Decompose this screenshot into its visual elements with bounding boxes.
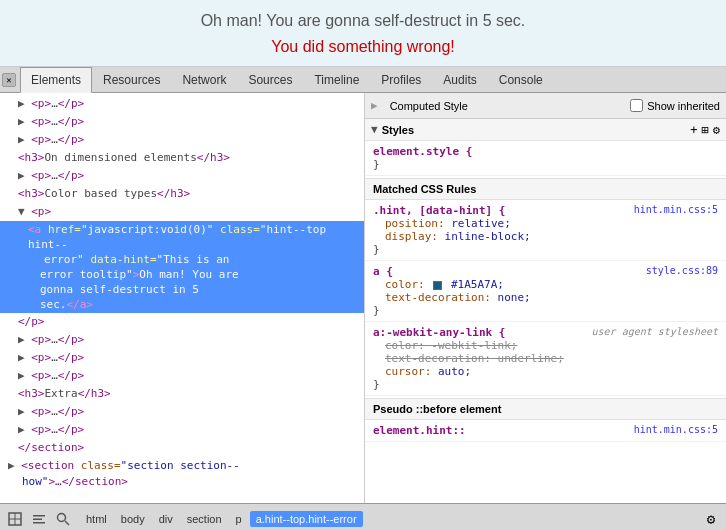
breadcrumb-div[interactable]: div	[153, 511, 179, 527]
status-bar: html body div section p a.hint--top.hint…	[0, 503, 726, 530]
element-style-selector: element.style {	[373, 145, 718, 158]
css-rule-a-close: }	[373, 304, 718, 317]
dom-line[interactable]: <h3>Color based types</h3>	[0, 185, 364, 203]
dom-line[interactable]: ▶ <p>…</p>	[0, 331, 364, 349]
styles-panel-header: ▶ Computed Style Show inherited	[365, 93, 726, 119]
styles-actions: + ⊞ ⚙	[690, 123, 720, 137]
dom-line[interactable]: <h3>On dimensioned elements</h3>	[0, 149, 364, 167]
tab-console[interactable]: Console	[488, 67, 554, 93]
dom-line[interactable]: ▶ <p>…</p>	[0, 113, 364, 131]
dom-search-button[interactable]	[28, 508, 50, 530]
svg-rect-5	[33, 522, 45, 524]
preview-line1: Oh man! You are gonna self-destruct in 5…	[20, 12, 706, 30]
styles-subheader: ▼ Styles + ⊞ ⚙	[365, 119, 726, 141]
close-devtools-button[interactable]: ✕	[2, 73, 16, 87]
inspect-mode-button[interactable]	[4, 508, 26, 530]
styles-panel: ▶ Computed Style Show inherited ▼ Styles…	[365, 93, 726, 503]
search-dom-button[interactable]	[52, 508, 74, 530]
css-prop-text-decoration: text-decoration: none;	[373, 291, 718, 304]
dom-line[interactable]: ▶ <section class="section section-- how"…	[0, 457, 364, 491]
svg-rect-4	[33, 518, 42, 520]
svg-line-7	[65, 521, 69, 525]
breadcrumb-html[interactable]: html	[80, 511, 113, 527]
dom-line[interactable]: ▶ <p>…</p>	[0, 421, 364, 439]
css-rule-webkit-selector-line: a:-webkit-any-link { user agent styleshe…	[373, 326, 718, 339]
show-inherited-checkbox[interactable]	[630, 99, 643, 112]
element-style-block: element.style { }	[365, 141, 726, 176]
css-prop-position: position: relative;	[373, 217, 718, 230]
dom-line[interactable]: <h3>Extra</h3>	[0, 385, 364, 403]
computed-style-arrow[interactable]: ▶	[371, 99, 378, 112]
svg-rect-3	[33, 515, 45, 517]
new-rule-icon[interactable]: ⊞	[702, 123, 709, 137]
css-rule-webkit: a:-webkit-any-link { user agent styleshe…	[365, 322, 726, 396]
show-inherited-label: Show inherited	[647, 100, 720, 112]
dom-line[interactable]: ▼ <p>	[0, 203, 364, 221]
pseudo-before-header: Pseudo ::before element	[365, 398, 726, 420]
css-rule-pseudo: element.hint:: hint.min.css:5	[365, 420, 726, 442]
show-inherited-container: Show inherited	[630, 99, 720, 112]
css-prop-webkit-color: color: -webkit-link;	[373, 339, 718, 352]
css-rule-hint-selector-line: .hint, [data-hint] { hint.min.css:5	[373, 204, 718, 217]
tab-audits[interactable]: Audits	[432, 67, 487, 93]
computed-style-tab[interactable]: Computed Style	[382, 98, 476, 114]
breadcrumb-section[interactable]: section	[181, 511, 228, 527]
breadcrumb-p[interactable]: p	[230, 511, 248, 527]
css-rule-a: a { style.css:89 color: #1A5A7A; text-de…	[365, 261, 726, 322]
dom-line[interactable]: ▶ <p>…</p>	[0, 367, 364, 385]
breadcrumb-body[interactable]: body	[115, 511, 151, 527]
preview-line2: You did something wrong!	[20, 38, 706, 56]
tab-profiles[interactable]: Profiles	[370, 67, 432, 93]
tab-network[interactable]: Network	[171, 67, 237, 93]
dom-line[interactable]: ▶ <p>…</p>	[0, 167, 364, 185]
css-rule-webkit-close: }	[373, 378, 718, 391]
add-style-icon[interactable]: +	[690, 123, 697, 137]
tab-timeline[interactable]: Timeline	[303, 67, 370, 93]
css-prop-display: display: inline-block;	[373, 230, 718, 243]
dom-panel: ▶ <p>…</p> ▶ <p>…</p> ▶ <p>…</p> <h3>On …	[0, 93, 365, 503]
dom-line[interactable]: </section>	[0, 439, 364, 457]
element-style-close: }	[373, 158, 718, 171]
svg-point-6	[58, 513, 66, 521]
color-swatch	[433, 281, 442, 290]
dom-line[interactable]: ▶ <p>…</p>	[0, 131, 364, 149]
breadcrumb: html body div section p a.hint--top.hint…	[80, 511, 363, 527]
tab-elements[interactable]: Elements	[20, 67, 92, 93]
css-prop-webkit-text-decoration: text-decoration: underline;	[373, 352, 718, 365]
settings-button[interactable]: ⚙	[700, 508, 722, 530]
css-rule-hint-close: }	[373, 243, 718, 256]
css-rule-hint: .hint, [data-hint] { hint.min.css:5 posi…	[365, 200, 726, 261]
css-prop-webkit-cursor: cursor: auto;	[373, 365, 718, 378]
dom-line-highlighted[interactable]: <a href="javascript:void(0)" class="hint…	[0, 221, 364, 313]
tab-sources[interactable]: Sources	[237, 67, 303, 93]
devtools-tabs: ✕ Elements Resources Network Sources Tim…	[0, 67, 726, 93]
refresh-style-icon[interactable]: ⚙	[713, 123, 720, 137]
matched-css-rules-header: Matched CSS Rules	[365, 178, 726, 200]
dom-line[interactable]: ▶ <p>…</p>	[0, 349, 364, 367]
preview-area: Oh man! You are gonna self-destruct in 5…	[0, 0, 726, 67]
css-rule-pseudo-line: element.hint:: hint.min.css:5	[373, 424, 718, 437]
css-rule-a-selector-line: a { style.css:89	[373, 265, 718, 278]
dom-line[interactable]: </p>	[0, 313, 364, 331]
css-prop-color: color: #1A5A7A;	[373, 278, 718, 291]
breadcrumb-anchor[interactable]: a.hint--top.hint--error	[250, 511, 363, 527]
dom-line[interactable]: ▶ <p>…</p>	[0, 403, 364, 421]
styles-label: Styles	[382, 124, 414, 136]
dom-line[interactable]: ▶ <p>…</p>	[0, 95, 364, 113]
main-panels: ▶ <p>…</p> ▶ <p>…</p> ▶ <p>…</p> <h3>On …	[0, 93, 726, 503]
tab-resources[interactable]: Resources	[92, 67, 171, 93]
